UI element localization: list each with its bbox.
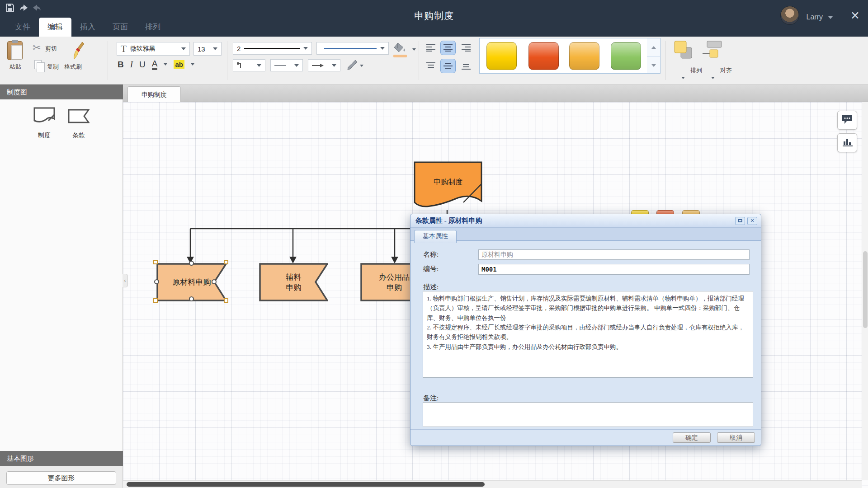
code-label: 编号:: [423, 265, 439, 273]
user-menu-caret-icon[interactable]: [828, 16, 833, 19]
name-label: 名称:: [423, 250, 439, 259]
more-shapes-button[interactable]: 更多图形: [6, 471, 116, 485]
sidebar-collapse-handle[interactable]: ‹: [123, 274, 128, 287]
line-style-select[interactable]: [316, 42, 389, 55]
fill-bucket-icon[interactable]: [392, 42, 411, 57]
format-painter-button[interactable]: 格式刷: [64, 63, 82, 71]
selection-handle-ne[interactable]: [224, 260, 228, 264]
selection-handle-e[interactable]: [212, 279, 217, 284]
horizontal-scrollbar-thumb[interactable]: [127, 482, 485, 487]
node-root[interactable]: 申购制度: [414, 161, 482, 210]
selection-handle-nw[interactable]: [153, 260, 158, 264]
line-width-value: 2: [237, 45, 241, 52]
ok-button[interactable]: 确定: [673, 432, 711, 443]
bold-button[interactable]: B: [118, 60, 124, 70]
horizontal-scrollbar[interactable]: [123, 480, 862, 488]
note-field[interactable]: [423, 402, 753, 427]
dialog-tabbar: 基本属性: [410, 228, 761, 241]
clause-properties-dialog: 条款属性 - 原材料申购 ✕ 基本属性 名称: 编号: 描述: 1. 物料申购部…: [410, 214, 761, 446]
paste-icon[interactable]: [7, 41, 23, 60]
dash-style-select[interactable]: [270, 59, 303, 71]
menu-insert[interactable]: 插入: [71, 18, 104, 37]
sidebar-section-shapes[interactable]: 制度图: [0, 84, 123, 99]
pen-icon[interactable]: [346, 59, 358, 73]
theme-swatch-green[interactable]: [611, 42, 641, 70]
sidebar-section-basic[interactable]: 基本图形: [0, 451, 123, 466]
line-width-select[interactable]: 2: [233, 42, 312, 55]
vertical-scrollbar-thumb[interactable]: [863, 251, 868, 328]
node-label: 辅料 申购: [286, 272, 302, 293]
menu-edit[interactable]: 编辑: [39, 18, 71, 37]
avatar[interactable]: [780, 6, 799, 25]
valign-middle-button[interactable]: [440, 59, 456, 73]
cancel-button[interactable]: 取消: [717, 432, 755, 443]
sidebar-footer: 更多图形: [0, 466, 123, 488]
menu-arrange[interactable]: 排列: [137, 18, 169, 37]
theme-swatch-red[interactable]: [528, 42, 559, 70]
ribbon: 粘贴 ✂ 剪切 复制 格式刷 T 微软雅黑 13 B I U A ab 2: [0, 37, 868, 84]
font-family-select[interactable]: T 微软雅黑: [117, 42, 190, 56]
fill-caret-icon[interactable]: [412, 48, 416, 51]
highlight-caret-icon[interactable]: [191, 63, 194, 66]
description-field[interactable]: 1. 物料申购部门根据生产、销售计划，库存情况及实际需要编制原材料、辅料需求清单…: [423, 291, 753, 378]
shape-item-clause[interactable]: 条款: [58, 107, 99, 140]
name-field[interactable]: [478, 249, 750, 260]
pen-caret-icon[interactable]: [360, 65, 363, 67]
selection-handle-s[interactable]: [189, 296, 194, 301]
arrow-style-select[interactable]: [308, 59, 340, 71]
menu-file[interactable]: 文件: [6, 18, 39, 37]
cut-button[interactable]: 剪切: [45, 45, 57, 53]
selection-handle-w[interactable]: [154, 279, 159, 284]
dialog-title: 条款属性 - 原材料申购: [415, 216, 482, 225]
document-tab[interactable]: 申购制度: [127, 86, 181, 102]
username[interactable]: Larry: [807, 13, 823, 21]
theme-swatch-yellow[interactable]: [486, 42, 517, 70]
selection-handle-sw[interactable]: [153, 298, 158, 303]
ribbon-separator: [108, 41, 108, 80]
align-left-button[interactable]: [423, 41, 439, 55]
font-family-value: 微软雅黑: [130, 45, 156, 53]
align-right-button[interactable]: [458, 41, 474, 55]
arrange-icon: [674, 40, 693, 62]
code-field[interactable]: [478, 264, 750, 275]
menu-page[interactable]: 页面: [104, 18, 137, 37]
close-icon[interactable]: ✕: [850, 10, 860, 21]
selection-handle-se[interactable]: [224, 298, 228, 303]
scissors-icon[interactable]: ✂: [33, 42, 41, 54]
align-shapes-button[interactable]: 对齐: [700, 39, 726, 81]
ribbon-separator: [419, 41, 419, 80]
copy-icon[interactable]: [34, 60, 42, 69]
highlight-button[interactable]: ab: [174, 60, 184, 69]
selection-handle-n[interactable]: [189, 261, 194, 266]
valign-bottom-button[interactable]: [458, 59, 474, 73]
align-center-button[interactable]: [440, 41, 456, 55]
swatch-scroll-down-icon[interactable]: [647, 56, 660, 74]
theme-swatch-amber[interactable]: [569, 42, 599, 70]
paste-button[interactable]: 粘贴: [5, 63, 25, 71]
dialog-close-icon[interactable]: ✕: [747, 217, 757, 225]
underline-button[interactable]: U: [139, 60, 146, 70]
format-painter-icon[interactable]: [72, 41, 86, 60]
connector-type-select[interactable]: [233, 59, 265, 71]
vertical-scrollbar[interactable]: [862, 102, 868, 480]
font-size-select[interactable]: 13: [193, 42, 222, 56]
italic-button[interactable]: I: [130, 60, 133, 70]
font-color-caret-icon[interactable]: [164, 63, 167, 66]
valign-top-button[interactable]: [423, 59, 439, 73]
node-label: 原材料申购: [173, 277, 211, 287]
bar-chart-icon: [842, 137, 853, 149]
swatch-scroll-up-icon[interactable]: [647, 38, 660, 56]
copy-button[interactable]: 复制: [47, 63, 59, 71]
diagram-canvas[interactable]: 申购制度 原材料申购 辅料 申购 办公用品 申购: [123, 102, 868, 488]
comments-button[interactable]: [837, 111, 857, 130]
dialog-titlebar[interactable]: 条款属性 - 原材料申购 ✕: [410, 214, 761, 228]
swatch-scroll: [647, 38, 660, 74]
chart-button[interactable]: [837, 133, 857, 152]
arrange-button[interactable]: 排列: [670, 39, 696, 81]
node-auxiliary[interactable]: 辅料 申购: [259, 263, 328, 301]
text-icon: T: [121, 43, 127, 55]
font-color-button[interactable]: A: [152, 59, 158, 70]
sidebar: 制度图 制度 条款 基本图形 更多图形: [0, 84, 123, 488]
description-label: 描述:: [423, 283, 439, 291]
dialog-maximize-icon[interactable]: [735, 217, 745, 225]
